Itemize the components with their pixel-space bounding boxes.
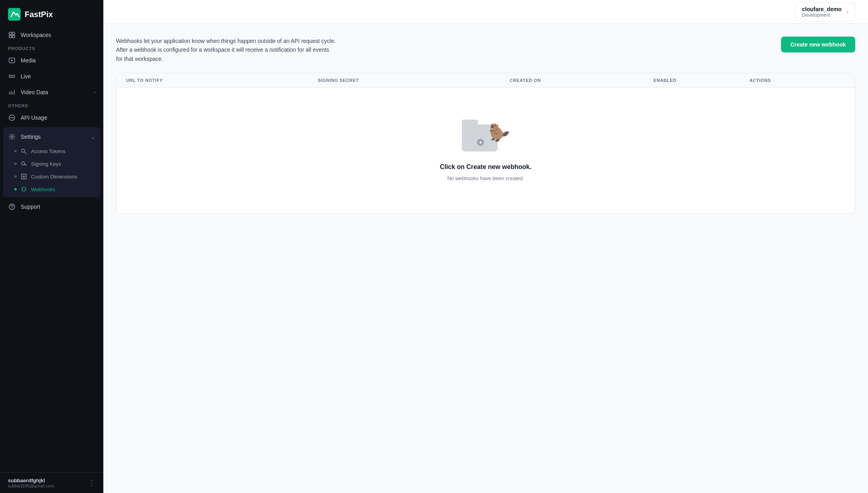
settings-group: Settings ⌄ Access Tokens Signing Keys Cu… [3,127,100,197]
col-enabled: ENABLED [653,78,749,83]
access-tokens-label: Access Tokens [31,148,65,154]
table-header: URL TO NOTIFY SIGNING SECRET CREATED ON … [116,73,855,88]
svg-point-8 [11,136,13,138]
workspace-env: Development [802,12,842,18]
user-footer: subbaerdfghjkl subba3295@gmail.com ⋮ [0,472,103,493]
logo-text: FastPix [25,10,53,19]
key-icon [21,161,27,167]
dimensions-icon [21,173,27,180]
sidebar-item-live[interactable]: Live [0,68,103,84]
media-icon [8,56,16,64]
svg-rect-3 [9,35,12,38]
sidebar-item-webhooks[interactable]: Webhooks [3,183,100,196]
custom-dimensions-label: Custom Dimensions [31,174,77,180]
workspace-info: cloufare_demo Development [802,6,842,18]
settings-label: Settings [21,134,86,140]
svg-rect-1 [9,32,12,35]
sidebar: FastPix Workspaces PRODUCTS Media Live V… [0,0,103,493]
desc-line2: After a webhook is configured for a work… [116,45,335,54]
products-section-label: PRODUCTS [0,43,103,52]
sidebar-item-access-tokens[interactable]: Access Tokens [3,145,100,157]
main-content: cloufare_demo Development › Webhooks let… [103,0,868,493]
sidebar-item-api-usage-label: API Usage [21,115,95,121]
col-actions: ACTIONS [750,78,845,83]
folder-plus-icon: + [477,139,484,146]
svg-rect-0 [8,8,21,21]
api-icon [8,114,16,122]
desc-line3: for that workspace. [116,54,335,63]
chevron-right-icon: › [94,89,95,95]
empty-subtitle: No webhooks have been created. [447,175,524,181]
user-menu-button[interactable]: ⋮ [88,479,95,487]
sidebar-item-support[interactable]: Support [0,199,103,215]
empty-state: + 🦫 Click on Create new webhook. No webh… [116,88,855,213]
chevron-down-icon: ⌄ [91,134,95,140]
create-webhook-button[interactable]: Create new webhook [781,37,855,52]
webhooks-table: URL TO NOTIFY SIGNING SECRET CREATED ON … [116,73,855,214]
settings-header[interactable]: Settings ⌄ [3,129,100,145]
col-secret: SIGNING SECRET [318,78,510,83]
username: subbaerdfghjkl [8,477,84,483]
col-created: CREATED ON [510,78,653,83]
sidebar-item-workspaces-label: Workspaces [21,32,95,38]
user-email: subba3295@gmail.com [8,483,84,488]
settings-icon [8,133,16,141]
sidebar-item-workspaces[interactable]: Workspaces [0,27,103,43]
user-info: subbaerdfghjkl subba3295@gmail.com [8,477,84,488]
empty-illustration: + 🦫 [462,120,510,155]
workspace-chevron-icon: › [847,8,849,16]
topbar: cloufare_demo Development › [103,0,868,24]
empty-title: Click on Create new webhook. [440,163,531,171]
sidebar-item-signing-keys[interactable]: Signing Keys [3,157,100,170]
svg-rect-2 [12,32,15,35]
svg-rect-4 [12,35,15,38]
sidebar-item-video-data-label: Video Data [21,89,89,95]
webhooks-content: Webhooks let your application know when … [103,24,868,493]
signing-keys-label: Signing Keys [31,161,61,167]
sidebar-item-api-usage[interactable]: API Usage [0,110,103,126]
video-data-icon [8,88,16,96]
webhooks-label: Webhooks [31,186,55,192]
sidebar-item-media[interactable]: Media [0,52,103,68]
sidebar-item-custom-dimensions[interactable]: Custom Dimensions [3,170,100,183]
desc-line1: Webhooks let your application know when … [116,37,335,45]
sidebar-item-media-label: Media [21,57,95,64]
sidebar-item-support-label: Support [21,204,95,210]
workspace-icon [8,31,16,39]
workspace-selector[interactable]: cloufare_demo Development › [795,2,855,21]
svg-point-13 [25,189,26,190]
support-icon [8,203,16,211]
workspace-name: cloufare_demo [802,6,842,12]
fastpix-logo-icon [8,8,21,21]
sidebar-item-video-data[interactable]: Video Data › [0,84,103,100]
svg-point-15 [12,208,12,209]
col-url: URL TO NOTIFY [126,78,318,83]
webhooks-description: Webhooks let your application know when … [116,37,335,63]
logo[interactable]: FastPix [0,0,103,27]
token-icon [21,148,27,154]
webhook-icon [21,186,27,192]
others-section-label: OTHERS [0,100,103,110]
svg-point-6 [11,75,13,78]
live-icon [8,72,16,80]
beaver-emoji: 🦫 [489,123,510,142]
svg-point-12 [22,189,23,190]
content-header: Webhooks let your application know when … [116,37,855,63]
sidebar-item-live-label: Live [21,73,95,80]
